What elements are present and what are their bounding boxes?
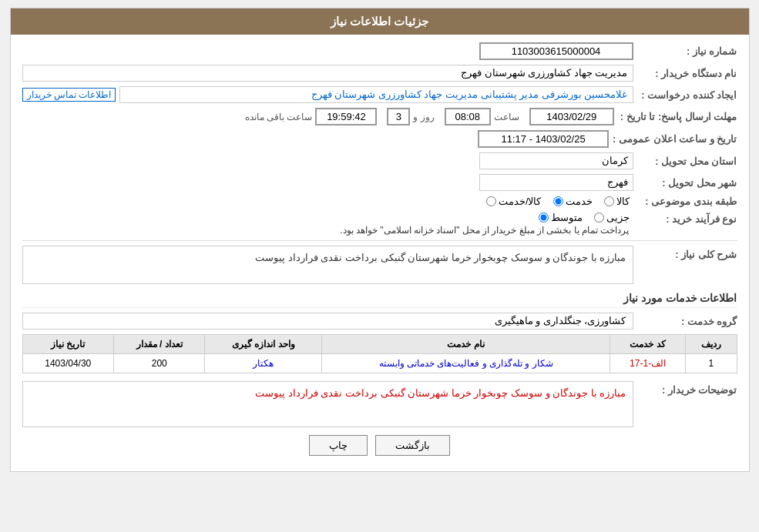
- deadline-label: مهلت ارسال پاسخ: تا تاریخ :: [620, 111, 737, 122]
- group-value: کشاورزی، جنگلداری و ماهیگیری: [22, 313, 633, 330]
- province-value: کرمان: [479, 152, 633, 169]
- process-radio-jozi[interactable]: [594, 212, 604, 223]
- category-option-khedmat[interactable]: خدمت: [553, 196, 593, 207]
- province-label: استان محل تحویل :: [637, 156, 737, 167]
- main-container: جزئیات اطلاعات نیاز شماره نیاز : 1103003…: [10, 8, 750, 472]
- process-option-jozi[interactable]: جزیی: [594, 212, 630, 223]
- creator-name: غلامحسین بورشرفی مدیر پشتیبانی مدیریت جه…: [311, 89, 628, 100]
- deadline-days: 3: [387, 108, 410, 125]
- deadline-remaining-label: ساعت باقی مانده: [245, 112, 313, 122]
- col-date-needed: تاریخ نیاز: [22, 335, 114, 354]
- province-row: استان محل تحویل : کرمان: [22, 152, 737, 169]
- category-radio-kala[interactable]: [604, 196, 614, 206]
- buyer-org-row: نام دستگاه خریدار : مدیریت جهاد کشاورزری…: [22, 65, 737, 82]
- category-kala-label: کالا: [616, 196, 630, 207]
- city-label: شهر محل تحویل :: [637, 177, 737, 189]
- page-header: جزئیات اطلاعات نیاز: [11, 8, 749, 35]
- deadline-remaining-group: 19:59:42 ساعت باقی مانده: [245, 108, 378, 125]
- process-note: پرداخت تمام یا بخشی از مبلغ خریدار از مح…: [340, 225, 629, 236]
- deadline-time-label: ساعت: [494, 112, 519, 122]
- deadline-time: 08:08: [445, 108, 491, 125]
- process-radio-motavaset[interactable]: [539, 212, 549, 223]
- col-unit: واحد اندازه گیری: [205, 335, 322, 354]
- group-label: گروه خدمت :: [637, 316, 737, 327]
- category-radio-kala-khedmat[interactable]: [486, 196, 496, 206]
- request-number-row: شماره نیاز : 1103003615000004: [22, 42, 737, 60]
- page-title: جزئیات اطلاعات نیاز: [331, 15, 428, 28]
- deadline-time-group: ساعت 08:08: [445, 108, 519, 125]
- creator-value: غلامحسین بورشرفی مدیر پشتیبانی مدیریت جه…: [119, 86, 633, 103]
- category-kala-khedmat-label: کالا/خدمت: [499, 196, 542, 207]
- description-value: مبارزه با جوندگان و سوسک چوبخوار خرما شه…: [22, 246, 633, 284]
- deadline-days-label: روز و: [413, 112, 434, 122]
- announce-row: تاریخ و ساعت اعلان عمومی : 1403/02/25 - …: [22, 130, 737, 148]
- process-motavaset-label: متوسط: [551, 212, 583, 223]
- process-row: نوع فرآیند خرید : جزیی متوسط پرداخت تمام…: [22, 212, 737, 236]
- category-radio-khedmat[interactable]: [553, 196, 563, 206]
- cell-service-code: الف-1-17: [610, 354, 685, 373]
- divider-1: [22, 240, 737, 241]
- cell-date-needed: 1403/04/30: [22, 354, 114, 373]
- creator-label: ایجاد کننده درخواست :: [637, 89, 737, 101]
- category-options: کالا خدمت کالا/خدمت: [486, 196, 630, 207]
- buyer-org-label: نام دستگاه خریدار :: [637, 68, 737, 79]
- process-label: نوع فرآیند خرید :: [637, 212, 737, 225]
- announce-value: 1403/02/25 - 11:17: [478, 130, 609, 148]
- creator-row: ایجاد کننده درخواست : غلامحسین بورشرفی م…: [22, 86, 737, 103]
- deadline-row: مهلت ارسال پاسخ: تا تاریخ : 1403/02/29 س…: [22, 108, 737, 125]
- services-section-title: اطلاعات خدمات مورد نیاز: [22, 292, 737, 308]
- process-options-container: جزیی متوسط پرداخت تمام یا بخشی از مبلغ خ…: [340, 212, 629, 236]
- services-table: ردیف کد خدمت نام خدمت واحد اندازه گیری ت…: [22, 334, 737, 373]
- cell-quantity: 200: [114, 354, 205, 373]
- back-button[interactable]: بازگشت: [375, 435, 450, 456]
- request-number-label: شماره نیاز :: [637, 45, 737, 57]
- process-options: جزیی متوسط: [340, 212, 629, 223]
- category-option-kala-khedmat[interactable]: کالا/خدمت: [486, 196, 542, 207]
- col-service-code: کد خدمت: [610, 335, 685, 354]
- col-service-name: نام خدمت: [322, 335, 610, 354]
- category-option-kala[interactable]: کالا: [604, 196, 630, 207]
- description-label: شرح کلی نیاز :: [637, 246, 737, 260]
- buyer-notes-section: توضیحات خریدار : مبارزه با جوندگان و سوس…: [22, 381, 737, 427]
- process-jozi-label: جزیی: [606, 212, 630, 223]
- request-number-value: 1103003615000004: [479, 42, 633, 60]
- process-option-motavaset[interactable]: متوسط: [539, 212, 583, 223]
- cell-unit: هکتار: [205, 354, 322, 373]
- table-row: 1 الف-1-17 شکار و تله‌گذاری و فعالیت‌های…: [22, 354, 737, 373]
- buyer-org-value: مدیریت جهاد کشاورزری شهرستان فهرج: [22, 65, 633, 82]
- group-row: گروه خدمت : کشاورزی، جنگلداری و ماهیگیری: [22, 313, 737, 330]
- category-label: طبقه بندی موضوعی :: [637, 196, 737, 207]
- deadline-days-group: روز و 3: [387, 108, 434, 125]
- category-row: طبقه بندی موضوعی : کالا خدمت کالا/خدمت: [22, 196, 737, 207]
- buyer-notes-value: مبارزه با جوندگان و سوسک چوبخوار خرما شه…: [22, 381, 633, 427]
- contact-link[interactable]: اطلاعات تماس خریدار: [22, 88, 116, 102]
- deadline-remaining: 19:59:42: [315, 108, 377, 125]
- buyer-notes-label: توضیحات خریدار :: [637, 381, 737, 396]
- content-area: شماره نیاز : 1103003615000004 نام دستگاه…: [11, 35, 749, 471]
- print-button[interactable]: چاپ: [309, 435, 368, 456]
- buttons-row: بازگشت چاپ: [22, 435, 737, 463]
- category-khedmat-label: خدمت: [566, 196, 593, 207]
- description-section: شرح کلی نیاز : مبارزه با جوندگان و سوسک …: [22, 246, 737, 284]
- col-row-num: ردیف: [686, 335, 737, 354]
- city-value: فهرج: [479, 174, 633, 191]
- col-quantity: تعداد / مقدار: [114, 335, 205, 354]
- cell-row-num: 1: [686, 354, 737, 373]
- cell-service-name: شکار و تله‌گذاری و فعالیت‌های خدماتی واب…: [322, 354, 610, 373]
- announce-label: تاریخ و ساعت اعلان عمومی :: [613, 133, 737, 145]
- city-row: شهر محل تحویل : فهرج: [22, 174, 737, 191]
- deadline-date: 1403/02/29: [529, 108, 614, 125]
